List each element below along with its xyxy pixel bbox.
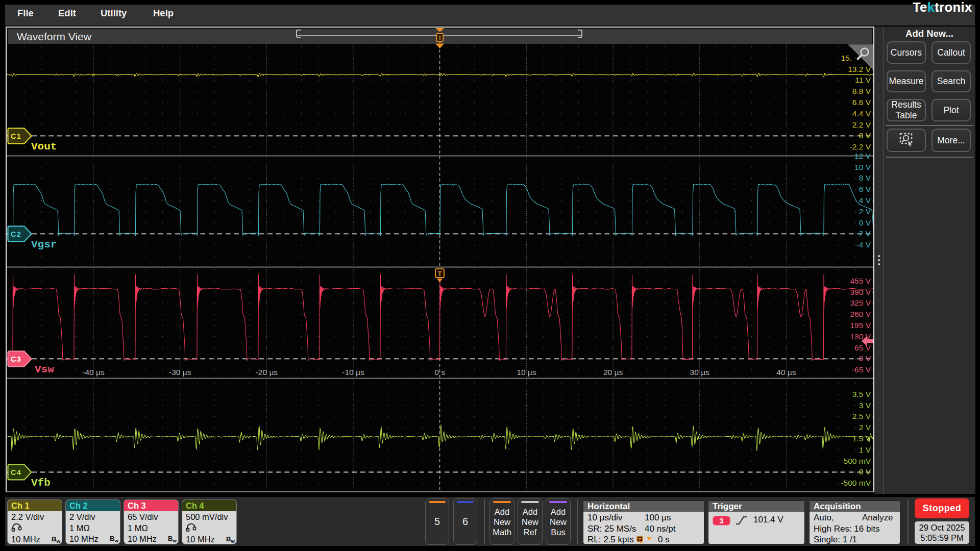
- svg-text:0 V: 0 V: [859, 354, 871, 363]
- svg-text:C2: C2: [11, 230, 21, 238]
- svg-text:-2.2 V: -2.2 V: [850, 142, 871, 151]
- svg-text:T: T: [438, 270, 442, 278]
- svg-text:20 µs: 20 µs: [603, 368, 623, 377]
- svg-text:390 V: 390 V: [850, 288, 871, 296]
- svg-text:-500 mV: -500 mV: [841, 479, 871, 487]
- svg-text:8 V: 8 V: [859, 173, 871, 182]
- svg-text:40 µs: 40 µs: [776, 368, 796, 377]
- svg-text:15.: 15.: [841, 54, 852, 62]
- svg-text:3.5 V: 3.5 V: [852, 390, 871, 398]
- svg-text:325 V: 325 V: [850, 298, 871, 307]
- svg-text:-30 µs: -30 µs: [169, 368, 191, 377]
- svg-text:10 V: 10 V: [854, 163, 871, 171]
- svg-text:6 V: 6 V: [859, 185, 871, 193]
- svg-text:1.5 V: 1.5 V: [852, 434, 871, 443]
- svg-text:3 V: 3 V: [859, 401, 871, 410]
- svg-text:13.2 V: 13.2 V: [848, 65, 871, 73]
- svg-text:C4: C4: [11, 468, 21, 477]
- svg-text:-65 V: -65 V: [852, 365, 871, 374]
- svg-text:-40 µs: -40 µs: [82, 368, 105, 377]
- svg-text:30 µs: 30 µs: [690, 368, 709, 377]
- svg-text:0 V: 0 V: [859, 131, 871, 140]
- svg-text:-4 V: -4 V: [856, 240, 871, 249]
- svg-text:C1: C1: [11, 132, 21, 140]
- svg-text:2.2 V: 2.2 V: [852, 120, 871, 129]
- svg-text:12 V: 12 V: [854, 152, 871, 160]
- svg-text:Vout: Vout: [31, 141, 57, 153]
- svg-text:Vsw: Vsw: [35, 364, 54, 375]
- svg-text:T: T: [639, 537, 642, 542]
- svg-text:1 V: 1 V: [859, 445, 871, 454]
- svg-text:11 V: 11 V: [855, 76, 871, 84]
- svg-text:4 V: 4 V: [859, 196, 871, 205]
- svg-text:65 V: 65 V: [854, 343, 871, 352]
- svg-text:2.5 V: 2.5 V: [852, 412, 871, 420]
- svg-text:Vgsr: Vgsr: [31, 239, 57, 251]
- svg-text:Vfb: Vfb: [31, 477, 51, 489]
- svg-text:260 V: 260 V: [850, 310, 871, 318]
- svg-text:2 V: 2 V: [859, 207, 871, 216]
- svg-text:0 V: 0 V: [859, 467, 871, 476]
- svg-text:-20 µs: -20 µs: [256, 368, 278, 377]
- svg-text:C3: C3: [11, 355, 21, 363]
- svg-text:500 mV: 500 mV: [844, 457, 871, 465]
- svg-text:4.4 V: 4.4 V: [852, 109, 871, 118]
- svg-text:455 V: 455 V: [850, 277, 871, 285]
- svg-text:0 s: 0 s: [434, 368, 445, 377]
- svg-text:-10 µs: -10 µs: [342, 368, 364, 377]
- svg-text:-2 V: -2 V: [856, 229, 871, 238]
- svg-text:10 µs: 10 µs: [517, 368, 536, 377]
- svg-text:8.8 V: 8.8 V: [852, 87, 871, 95]
- svg-text:0 V: 0 V: [859, 218, 871, 227]
- svg-text:6.6 V: 6.6 V: [852, 98, 871, 107]
- svg-text:195 V: 195 V: [850, 321, 871, 330]
- svg-text:2 V: 2 V: [859, 423, 871, 432]
